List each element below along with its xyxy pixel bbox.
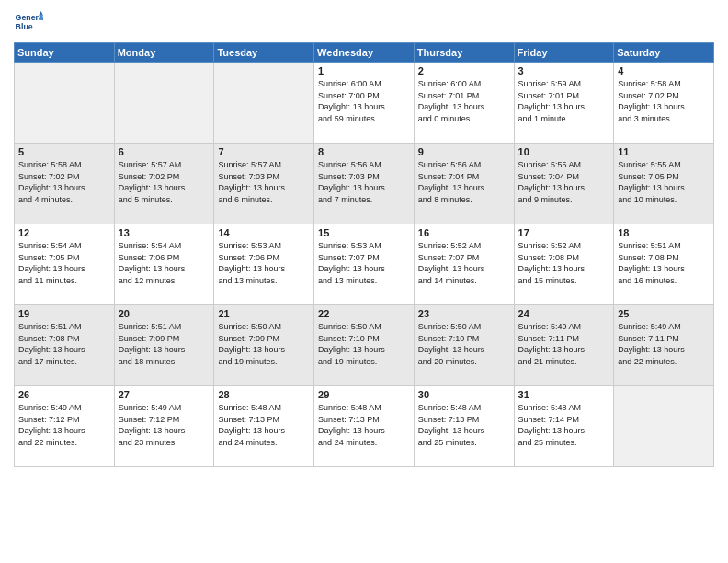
calendar-cell: 13Sunrise: 5:54 AM Sunset: 7:06 PM Dayli… [114, 224, 214, 305]
day-number: 25 [618, 308, 710, 319]
day-info: Sunrise: 5:49 AM Sunset: 7:12 PM Dayligh… [119, 402, 210, 448]
calendar-cell [214, 63, 314, 144]
weekday-header-friday: Friday [514, 43, 614, 63]
day-info: Sunrise: 5:50 AM Sunset: 7:10 PM Dayligh… [418, 321, 510, 367]
day-info: Sunrise: 6:00 AM Sunset: 7:01 PM Dayligh… [418, 78, 510, 124]
calendar-cell: 31Sunrise: 5:48 AM Sunset: 7:14 PM Dayli… [514, 386, 614, 467]
day-info: Sunrise: 5:58 AM Sunset: 7:02 PM Dayligh… [18, 159, 110, 205]
day-number: 17 [518, 227, 610, 238]
day-number: 9 [418, 146, 510, 157]
day-number: 4 [618, 65, 710, 76]
calendar-cell: 21Sunrise: 5:50 AM Sunset: 7:09 PM Dayli… [214, 305, 314, 386]
day-number: 8 [318, 146, 410, 157]
weekday-header-saturday: Saturday [614, 43, 714, 63]
day-number: 24 [518, 308, 610, 319]
calendar-cell [614, 386, 714, 467]
weekday-header-sunday: Sunday [15, 43, 115, 63]
day-number: 15 [318, 227, 410, 238]
day-info: Sunrise: 5:51 AM Sunset: 7:08 PM Dayligh… [18, 321, 110, 367]
day-info: Sunrise: 5:52 AM Sunset: 7:08 PM Dayligh… [518, 240, 610, 286]
day-number: 20 [119, 308, 210, 319]
calendar-cell: 10Sunrise: 5:55 AM Sunset: 7:04 PM Dayli… [514, 144, 614, 224]
day-info: Sunrise: 5:53 AM Sunset: 7:07 PM Dayligh… [318, 240, 410, 286]
day-info: Sunrise: 5:48 AM Sunset: 7:13 PM Dayligh… [418, 402, 510, 448]
day-info: Sunrise: 5:52 AM Sunset: 7:07 PM Dayligh… [418, 240, 510, 286]
day-info: Sunrise: 5:49 AM Sunset: 7:11 PM Dayligh… [618, 321, 710, 367]
calendar-cell: 9Sunrise: 5:56 AM Sunset: 7:04 PM Daylig… [414, 144, 514, 224]
calendar-cell: 17Sunrise: 5:52 AM Sunset: 7:08 PM Dayli… [514, 224, 614, 305]
calendar-cell: 25Sunrise: 5:49 AM Sunset: 7:11 PM Dayli… [614, 305, 714, 386]
weekday-header-row: SundayMondayTuesdayWednesdayThursdayFrid… [15, 43, 714, 63]
day-info: Sunrise: 5:55 AM Sunset: 7:04 PM Dayligh… [518, 159, 610, 205]
day-number: 13 [119, 227, 210, 238]
day-info: Sunrise: 5:49 AM Sunset: 7:12 PM Dayligh… [18, 402, 110, 448]
day-info: Sunrise: 5:48 AM Sunset: 7:14 PM Dayligh… [518, 402, 610, 448]
day-number: 21 [218, 308, 310, 319]
weekday-header-thursday: Thursday [414, 43, 514, 63]
calendar: SundayMondayTuesdayWednesdayThursdayFrid… [14, 42, 714, 467]
day-number: 19 [18, 308, 110, 319]
calendar-cell: 28Sunrise: 5:48 AM Sunset: 7:13 PM Dayli… [214, 386, 314, 467]
day-info: Sunrise: 5:58 AM Sunset: 7:02 PM Dayligh… [618, 78, 710, 124]
day-info: Sunrise: 6:00 AM Sunset: 7:00 PM Dayligh… [318, 78, 410, 124]
day-info: Sunrise: 5:56 AM Sunset: 7:03 PM Dayligh… [318, 159, 410, 205]
day-number: 6 [119, 146, 210, 157]
day-number: 31 [518, 389, 610, 400]
day-info: Sunrise: 5:57 AM Sunset: 7:03 PM Dayligh… [218, 159, 310, 205]
calendar-cell: 2Sunrise: 6:00 AM Sunset: 7:01 PM Daylig… [414, 63, 514, 144]
calendar-cell: 26Sunrise: 5:49 AM Sunset: 7:12 PM Dayli… [15, 386, 115, 467]
day-number: 16 [418, 227, 510, 238]
day-info: Sunrise: 5:57 AM Sunset: 7:02 PM Dayligh… [119, 159, 210, 205]
day-info: Sunrise: 5:54 AM Sunset: 7:05 PM Dayligh… [18, 240, 110, 286]
calendar-cell: 12Sunrise: 5:54 AM Sunset: 7:05 PM Dayli… [15, 224, 115, 305]
logo: General Blue [14, 9, 47, 35]
day-number: 18 [618, 227, 710, 238]
day-number: 11 [618, 146, 710, 157]
svg-text:Blue: Blue [16, 22, 33, 31]
day-number: 12 [18, 227, 110, 238]
calendar-cell: 30Sunrise: 5:48 AM Sunset: 7:13 PM Dayli… [414, 386, 514, 467]
page: General Blue SundayMondayTuesdayWednesda… [0, 0, 728, 563]
calendar-cell: 22Sunrise: 5:50 AM Sunset: 7:10 PM Dayli… [314, 305, 415, 386]
day-info: Sunrise: 5:55 AM Sunset: 7:05 PM Dayligh… [618, 159, 710, 205]
weekday-header-tuesday: Tuesday [214, 43, 314, 63]
calendar-cell: 29Sunrise: 5:48 AM Sunset: 7:13 PM Dayli… [314, 386, 415, 467]
calendar-cell: 27Sunrise: 5:49 AM Sunset: 7:12 PM Dayli… [114, 386, 214, 467]
day-info: Sunrise: 5:48 AM Sunset: 7:13 PM Dayligh… [218, 402, 310, 448]
day-info: Sunrise: 5:54 AM Sunset: 7:06 PM Dayligh… [119, 240, 210, 286]
day-number: 5 [18, 146, 110, 157]
day-number: 23 [418, 308, 510, 319]
day-number: 26 [18, 389, 110, 400]
weekday-header-monday: Monday [114, 43, 214, 63]
header: General Blue [14, 9, 714, 35]
day-number: 28 [218, 389, 310, 400]
calendar-week-row: 26Sunrise: 5:49 AM Sunset: 7:12 PM Dayli… [15, 386, 714, 467]
calendar-cell: 14Sunrise: 5:53 AM Sunset: 7:06 PM Dayli… [214, 224, 314, 305]
day-number: 10 [518, 146, 610, 157]
calendar-cell: 24Sunrise: 5:49 AM Sunset: 7:11 PM Dayli… [514, 305, 614, 386]
calendar-cell [114, 63, 214, 144]
calendar-cell: 6Sunrise: 5:57 AM Sunset: 7:02 PM Daylig… [114, 144, 214, 224]
day-number: 7 [218, 146, 310, 157]
calendar-cell: 5Sunrise: 5:58 AM Sunset: 7:02 PM Daylig… [15, 144, 115, 224]
day-number: 14 [218, 227, 310, 238]
day-number: 22 [318, 308, 410, 319]
calendar-week-row: 19Sunrise: 5:51 AM Sunset: 7:08 PM Dayli… [15, 305, 714, 386]
calendar-cell: 23Sunrise: 5:50 AM Sunset: 7:10 PM Dayli… [414, 305, 514, 386]
day-info: Sunrise: 5:53 AM Sunset: 7:06 PM Dayligh… [218, 240, 310, 286]
calendar-cell: 16Sunrise: 5:52 AM Sunset: 7:07 PM Dayli… [414, 224, 514, 305]
calendar-cell: 3Sunrise: 5:59 AM Sunset: 7:01 PM Daylig… [514, 63, 614, 144]
calendar-cell: 1Sunrise: 6:00 AM Sunset: 7:00 PM Daylig… [314, 63, 415, 144]
calendar-cell: 11Sunrise: 5:55 AM Sunset: 7:05 PM Dayli… [614, 144, 714, 224]
day-number: 29 [318, 389, 410, 400]
day-number: 3 [518, 65, 610, 76]
calendar-cell [15, 63, 115, 144]
day-info: Sunrise: 5:50 AM Sunset: 7:10 PM Dayligh… [318, 321, 410, 367]
calendar-cell: 8Sunrise: 5:56 AM Sunset: 7:03 PM Daylig… [314, 144, 415, 224]
day-info: Sunrise: 5:48 AM Sunset: 7:13 PM Dayligh… [318, 402, 410, 448]
day-info: Sunrise: 5:51 AM Sunset: 7:08 PM Dayligh… [618, 240, 710, 286]
calendar-week-row: 12Sunrise: 5:54 AM Sunset: 7:05 PM Dayli… [15, 224, 714, 305]
calendar-cell: 7Sunrise: 5:57 AM Sunset: 7:03 PM Daylig… [214, 144, 314, 224]
calendar-week-row: 5Sunrise: 5:58 AM Sunset: 7:02 PM Daylig… [15, 144, 714, 224]
day-info: Sunrise: 5:49 AM Sunset: 7:11 PM Dayligh… [518, 321, 610, 367]
